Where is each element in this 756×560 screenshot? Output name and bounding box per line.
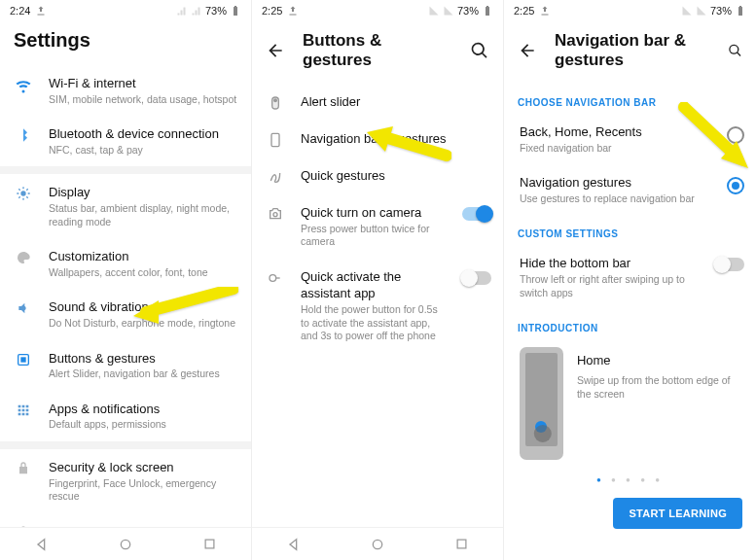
buttons-icon [16,352,31,368]
row-label: Sound & vibration [49,298,239,316]
svg-rect-7 [271,133,279,146]
row-label: Quick gestures [301,167,491,185]
battery-icon [482,5,493,17]
settings-row-security[interactable]: Security & lock screenFingerprint, Face … [0,449,251,513]
row-alert-slider[interactable]: Alert slider [252,84,503,121]
row-label: Wi-Fi & internet [49,75,239,92]
row-sub: Throw left or right after swiping up to … [520,273,700,299]
battery-pct: 73% [457,5,479,17]
row-sub: Fingerprint, Face Unlock, emergency resc… [49,477,239,504]
row-sub: Alert Slider, navigation bar & gestures [49,368,239,381]
assistant-icon [268,270,283,286]
row-hide-bottom-bar[interactable]: Hide the bottom barThrow left or right a… [504,245,756,309]
camera-icon [268,206,283,222]
settings-row-wifi[interactable]: Wi-Fi & internetSIM, mobile network, dat… [0,65,251,116]
page-title: Navigation bar & gestures [555,31,710,70]
section-header: CUSTOM SETTINGS [504,215,756,245]
gesture-preview: Home Swipe up from the bottom edge of th… [504,339,756,470]
row-sub: Use gestures to replace navigation bar [520,192,711,206]
row-nav-bar-gestures[interactable]: Navigation bar & gestures [252,121,503,158]
row-sub: Wallpapers, accent color, font, tone [49,266,239,280]
search-icon[interactable] [470,41,489,60]
battery-icon [735,5,746,17]
row-label: Security & lock screen [49,459,239,476]
radio-row-navigation-gestures[interactable]: Navigation gesturesUse gestures to repla… [504,164,756,215]
row-label: Quick activate the assistant app [301,268,447,302]
row-sub: Press power button twice for camera [301,223,447,249]
back-key-icon[interactable] [34,537,50,552]
brightness-icon [16,186,31,201]
battery-icon [230,5,241,17]
phone-illustration [520,347,563,460]
row-sub: Default apps, permissions [49,418,239,432]
sound-icon [16,300,31,316]
row-quick-assistant[interactable]: Quick activate the assistant appHold the… [252,259,503,353]
settings-row-customization[interactable]: CustomizationWallpapers, accent color, f… [0,238,251,289]
page-title: Buttons & gestures [303,31,452,70]
toggle-quick-camera[interactable] [462,207,491,221]
gesture-icon [268,169,283,185]
signal-icon [443,5,454,17]
row-label: Navigation gestures [520,174,711,192]
back-icon[interactable] [518,41,537,60]
upload-icon [35,5,47,17]
section-header: CHOOSE NAVIGATION BAR [504,84,756,114]
svg-rect-11 [457,540,466,548]
row-label: Navigation bar & gestures [301,130,491,148]
signal-icon [176,5,188,17]
wifi-icon [15,77,32,94]
row-quick-gestures[interactable]: Quick gestures [252,158,503,194]
settings-row-buttons-gestures[interactable]: Buttons & gesturesAlert Slider, navigati… [0,340,251,391]
page-title: Settings [0,21,251,65]
svg-rect-4 [205,540,214,548]
clock: 2:25 [262,5,282,17]
page-indicator: ● ● ● ● ● [504,470,756,488]
radio-row-back-home-recents[interactable]: Back, Home, RecentsFixed navigation bar [504,114,756,164]
preview-label: Home [577,353,740,368]
home-key-icon[interactable] [370,537,385,552]
toggle-hide-bar[interactable] [715,258,744,271]
recents-key-icon[interactable] [454,537,469,551]
settings-row-display[interactable]: DisplayStatus bar, ambient display, nigh… [0,174,251,238]
radio-off[interactable] [727,126,744,144]
apps-icon [16,402,31,418]
home-key-icon[interactable] [118,537,133,552]
settings-row-bluetooth[interactable]: Bluetooth & device connectionNFC, cast, … [0,116,251,166]
clock: 2:24 [10,5,30,17]
svg-point-0 [20,192,25,196]
row-label: Back, Home, Recents [520,123,711,141]
row-label: Display [49,184,239,201]
row-label: Quick turn on camera [301,204,447,222]
back-key-icon[interactable] [286,537,302,552]
svg-point-3 [122,540,130,548]
row-label: Buttons & gestures [49,350,239,368]
settings-row-sound[interactable]: Sound & vibrationDo Not Disturb, earphon… [0,289,251,339]
recents-key-icon[interactable] [202,537,217,551]
signal-icon [696,5,707,17]
radio-on[interactable] [727,177,744,194]
status-bar: 2:24 73% [0,0,251,21]
clock: 2:25 [514,5,534,17]
search-icon[interactable] [728,41,742,60]
lock-icon [16,461,31,476]
slider-icon [268,95,283,111]
row-label: Apps & notifications [49,401,239,418]
phone-icon [268,132,283,148]
status-bar: 2:25 73% [252,0,503,21]
android-nav-bar [0,527,251,560]
row-label: Bluetooth & device connection [49,125,239,143]
settings-row-apps[interactable]: Apps & notificationsDefault apps, permis… [0,391,251,441]
toggle-quick-assistant[interactable] [462,271,491,285]
section-divider [0,441,251,449]
back-icon[interactable] [266,41,285,60]
battery-pct: 73% [710,5,732,17]
section-divider [0,166,251,174]
row-sub: Status bar, ambient display, night mode,… [49,202,239,228]
row-sub: Do Not Disturb, earphone mode, ringtone [49,317,239,331]
row-sub: Hold the power button for 0.5s to activa… [301,303,447,343]
start-learning-button[interactable]: START LEARNING [613,498,742,529]
row-label: Hide the bottom bar [520,255,700,272]
android-nav-bar [252,527,503,560]
row-quick-camera[interactable]: Quick turn on cameraPress power button t… [252,194,503,259]
signal-icon [681,5,693,17]
